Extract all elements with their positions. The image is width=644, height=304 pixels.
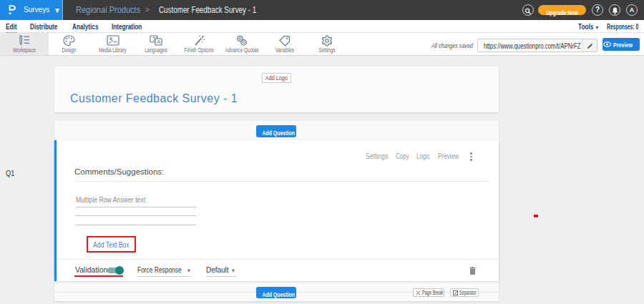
svg-text:A: A [157,39,160,45]
